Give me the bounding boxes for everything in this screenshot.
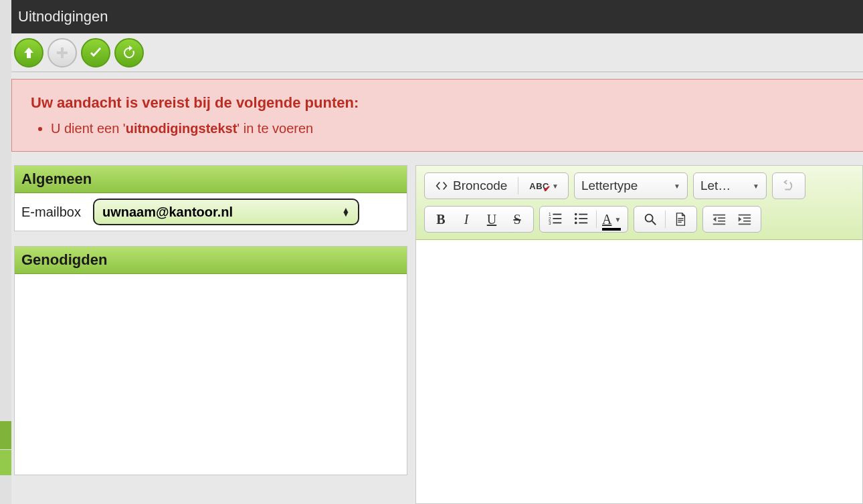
unordered-list-icon <box>574 211 589 228</box>
undo-icon <box>781 178 796 193</box>
bold-button[interactable]: B <box>429 207 453 232</box>
svg-rect-3 <box>553 218 561 219</box>
alert-heading: Uw aandacht is vereist bij de volgende p… <box>31 94 844 112</box>
font-size-label: Let… <box>700 178 731 193</box>
spellcheck-button[interactable]: ABC ✔ ▼ <box>526 173 561 199</box>
svg-rect-21 <box>739 215 751 216</box>
chevron-down-icon: ▼ <box>674 182 680 190</box>
italic-button[interactable]: I <box>454 207 478 232</box>
font-family-group[interactable]: Lettertype ▼ <box>574 172 688 199</box>
text-style-group: B I U S <box>424 206 534 233</box>
panel-genodigden-header: Genodigden <box>15 247 407 274</box>
indent-group <box>702 206 761 233</box>
svg-rect-15 <box>678 220 684 221</box>
window-title: Uitnodigingen <box>11 0 863 33</box>
strike-button[interactable]: S <box>505 207 529 232</box>
ordered-list-icon: 123 <box>549 211 563 228</box>
chevron-down-icon: ▼ <box>552 182 559 190</box>
panel-genodigden: Genodigden <box>14 246 407 475</box>
svg-rect-7 <box>579 213 587 215</box>
list-color-group: 123 A ▼ <box>539 206 628 233</box>
arrow-up-icon <box>21 45 37 61</box>
confirm-button[interactable] <box>81 38 110 68</box>
refresh-button[interactable] <box>114 38 144 68</box>
ordered-list-button[interactable]: 123 <box>544 207 568 232</box>
undo-group <box>772 172 805 199</box>
panel-algemeen: Algemeen E-mailbox uwnaam@kantoor.nl ▲▼ <box>14 165 407 231</box>
unordered-list-button[interactable] <box>569 207 593 232</box>
svg-rect-23 <box>744 221 751 222</box>
emailbox-label: E-mailbox <box>21 205 81 220</box>
editor-toolbar: Broncode ABC ✔ ▼ Lettertype <box>416 166 862 240</box>
svg-rect-24 <box>739 223 751 225</box>
font-color-bar <box>602 228 621 231</box>
svg-rect-5 <box>553 222 561 223</box>
svg-point-6 <box>575 213 577 215</box>
up-button[interactable] <box>14 38 43 68</box>
outdent-icon <box>712 212 727 227</box>
svg-rect-16 <box>678 222 682 223</box>
abc-icon: ABC ✔ <box>529 181 549 191</box>
font-color-button[interactable]: A ▼ <box>599 207 624 232</box>
panel-algemeen-header: Algemeen <box>15 166 407 193</box>
alert-item: U dient een 'uitnodigingstekst' in te vo… <box>51 121 844 136</box>
svg-rect-14 <box>678 218 684 219</box>
svg-rect-11 <box>579 222 587 223</box>
svg-rect-18 <box>718 217 726 219</box>
refresh-icon <box>121 45 137 61</box>
svg-line-13 <box>652 221 656 225</box>
preview-button[interactable] <box>638 207 662 232</box>
validation-alert: Uw aandacht is vereist bij de volgende p… <box>11 79 863 152</box>
svg-rect-22 <box>744 217 751 219</box>
source-icon <box>434 178 449 193</box>
chevron-down-icon: ▼ <box>614 216 621 223</box>
svg-point-8 <box>575 217 577 220</box>
svg-point-12 <box>646 215 653 222</box>
magnifier-icon <box>643 212 658 227</box>
undo-button[interactable] <box>777 173 801 199</box>
font-size-group[interactable]: Let… ▼ <box>693 172 767 199</box>
select-arrows-icon: ▲▼ <box>342 208 350 216</box>
add-button <box>47 38 77 68</box>
emailbox-value: uwnaam@kantoor.nl <box>102 205 233 220</box>
svg-point-10 <box>575 221 577 224</box>
svg-rect-19 <box>718 221 726 222</box>
page-icon <box>673 212 688 227</box>
svg-rect-20 <box>713 223 725 225</box>
underline-button[interactable]: U <box>480 207 504 232</box>
plus-icon <box>54 45 70 61</box>
chevron-down-icon: ▼ <box>753 182 759 190</box>
indent-icon <box>737 212 752 227</box>
indent-button[interactable] <box>733 207 757 232</box>
editor-panel: Broncode ABC ✔ ▼ Lettertype <box>415 165 863 504</box>
svg-rect-1 <box>553 213 561 215</box>
outdent-button[interactable] <box>707 207 731 232</box>
source-button[interactable]: Broncode <box>432 173 510 199</box>
preview-templates-group <box>634 206 697 233</box>
emailbox-select[interactable]: uwnaam@kantoor.nl ▲▼ <box>93 199 359 225</box>
genodigden-body <box>15 274 407 475</box>
svg-rect-17 <box>713 215 725 216</box>
action-toolbar <box>11 33 863 72</box>
svg-text:3: 3 <box>549 221 551 225</box>
window-title-text: Uitnodigingen <box>18 8 108 25</box>
font-family-label: Lettertype <box>581 178 638 193</box>
source-spellcheck-group: Broncode ABC ✔ ▼ <box>424 172 569 199</box>
templates-button[interactable] <box>668 207 692 232</box>
check-icon <box>88 45 104 61</box>
svg-rect-9 <box>579 218 587 219</box>
editor-content[interactable] <box>416 240 862 503</box>
